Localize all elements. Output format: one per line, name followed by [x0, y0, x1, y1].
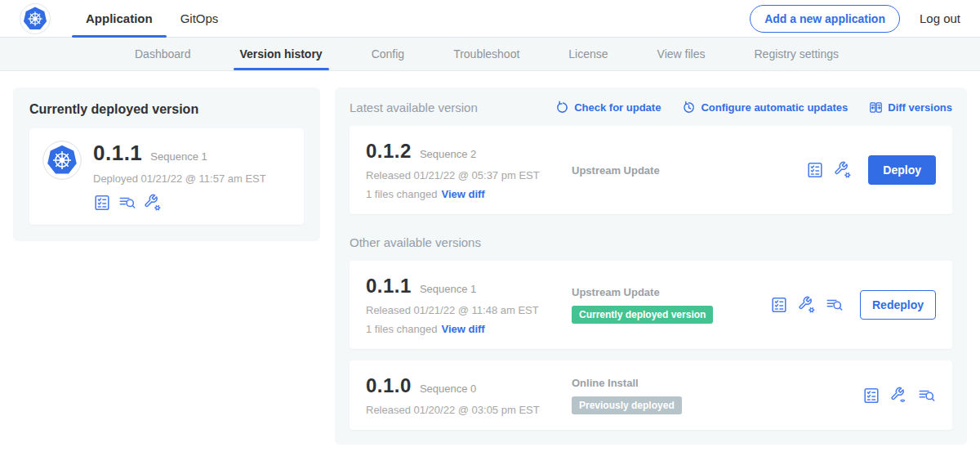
- version-row-0-1-1: 0.1.1 Sequence 1 Released 01/21/22 @ 11:…: [350, 261, 952, 349]
- check-for-update-button[interactable]: Check for update: [555, 101, 661, 114]
- diff-icon: [869, 101, 883, 114]
- deployed-version-number: 0.1.1: [93, 141, 142, 166]
- version-number: 0.1.0: [366, 374, 412, 397]
- sequence-label: Sequence 0: [420, 383, 476, 395]
- tab-application-label: Application: [86, 11, 153, 25]
- version-source-label: Upstream Update: [572, 286, 770, 298]
- version-source-label: Upstream Update: [572, 164, 806, 177]
- version-source-label: Online Install: [572, 377, 862, 389]
- app-header: Application GitOps Add a new application…: [0, 0, 980, 38]
- other-available-versions-title: Other available versions: [350, 235, 952, 249]
- subnav-item-config[interactable]: Config: [347, 38, 429, 70]
- view-diff-link[interactable]: View diff: [441, 188, 484, 200]
- view-diff-link[interactable]: View diff: [441, 323, 484, 335]
- tab-application[interactable]: Application: [72, 0, 167, 37]
- edit-config-icon[interactable]: [144, 194, 162, 212]
- currently-deployed-badge: Currently deployed version: [572, 306, 713, 324]
- preflight-checklist-icon[interactable]: [770, 296, 788, 314]
- view-logs-icon[interactable]: [118, 194, 136, 212]
- version-number: 0.1.2: [366, 140, 412, 163]
- version-row-0-1-0: 0.1.0 Sequence 0 Released 01/20/22 @ 03:…: [350, 360, 952, 430]
- add-application-button[interactable]: Add a new application: [750, 5, 900, 33]
- logout-button[interactable]: Log out: [920, 11, 960, 25]
- preflight-checklist-icon[interactable]: [806, 161, 824, 179]
- subnav-item-view-files[interactable]: View files: [633, 38, 730, 70]
- main-content: Currently deployed version 0.1.1 Sequenc…: [0, 71, 980, 461]
- view-logs-icon[interactable]: [826, 296, 844, 314]
- view-config-icon[interactable]: [890, 387, 908, 405]
- view-logs-icon[interactable]: [918, 387, 936, 405]
- released-timestamp: Released 01/20/22 @ 03:05 pm EST: [366, 404, 572, 416]
- preflight-checklist-icon[interactable]: [862, 387, 880, 405]
- app-avatar-kubernetes-logo: [42, 141, 82, 180]
- released-timestamp: Released 01/21/22 @ 05:37 pm EST: [366, 169, 572, 181]
- tab-gitops-label: GitOps: [180, 11, 219, 25]
- diff-versions-button[interactable]: Diff versions: [869, 101, 952, 114]
- kubernetes-logo: [20, 3, 51, 34]
- refresh-icon: [555, 101, 569, 114]
- header-tabs: Application GitOps: [72, 0, 232, 37]
- app-subnav: Dashboard Version history Config Trouble…: [0, 38, 980, 71]
- deployed-version-card: 0.1.1 Sequence 1 Deployed 01/21/22 @ 11:…: [29, 128, 304, 225]
- sequence-label: Sequence 2: [420, 148, 476, 160]
- configure-automatic-updates-button[interactable]: Configure automatic updates: [682, 101, 848, 114]
- deploy-button[interactable]: Deploy: [868, 155, 936, 185]
- redeploy-button[interactable]: Redeploy: [860, 290, 936, 320]
- tab-gitops[interactable]: GitOps: [167, 0, 233, 37]
- edit-config-icon[interactable]: [798, 296, 816, 314]
- deployed-sequence-label: Sequence 1: [150, 150, 207, 163]
- subnav-item-license[interactable]: License: [544, 38, 632, 70]
- preflight-checklist-icon[interactable]: [93, 194, 111, 212]
- released-timestamp: Released 01/21/22 @ 11:48 am EST: [366, 304, 572, 316]
- edit-config-icon[interactable]: [834, 161, 852, 179]
- sequence-label: Sequence 1: [420, 283, 476, 295]
- latest-available-title: Latest available version: [350, 101, 478, 114]
- subnav-item-version-history[interactable]: Version history: [216, 38, 347, 70]
- currently-deployed-title: Currently deployed version: [29, 102, 304, 117]
- subnav-item-registry-settings[interactable]: Registry settings: [729, 38, 862, 70]
- files-changed-label: 1 files changed: [366, 188, 437, 200]
- auto-update-icon: [682, 101, 696, 114]
- currently-deployed-panel: Currently deployed version 0.1.1 Sequenc…: [13, 87, 320, 241]
- previously-deployed-badge: Previously deployed: [572, 396, 682, 414]
- version-row-0-1-2: 0.1.2 Sequence 2 Released 01/21/22 @ 05:…: [350, 126, 952, 214]
- files-changed-label: 1 files changed: [366, 323, 437, 335]
- version-number: 0.1.1: [366, 275, 412, 298]
- subnav-item-dashboard[interactable]: Dashboard: [110, 38, 216, 70]
- subnav-item-troubleshoot[interactable]: Troubleshoot: [429, 38, 544, 70]
- check-for-update-label: Check for update: [574, 101, 661, 114]
- configure-automatic-updates-label: Configure automatic updates: [701, 101, 848, 114]
- deployed-timestamp: Deployed 01/21/22 @ 11:57 am EST: [93, 172, 266, 185]
- version-history-panel: Latest available version Check for updat…: [335, 87, 967, 445]
- diff-versions-label: Diff versions: [888, 101, 952, 114]
